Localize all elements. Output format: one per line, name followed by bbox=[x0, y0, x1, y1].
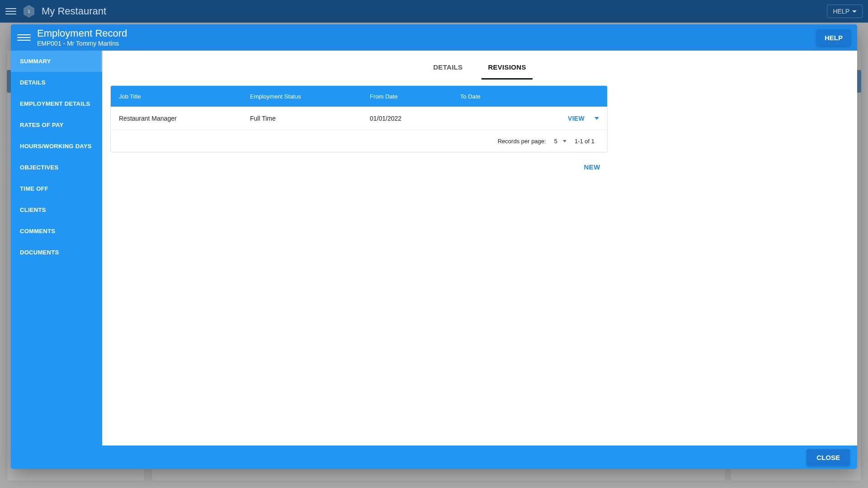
sidebar-item-clients[interactable]: CLIENTS bbox=[11, 199, 102, 221]
cell-actions: VIEW bbox=[529, 115, 607, 122]
app-help-button[interactable]: HELP bbox=[827, 5, 863, 18]
row-menu-icon[interactable] bbox=[594, 117, 599, 120]
tab-details[interactable]: DETAILS bbox=[427, 56, 469, 80]
table-footer: Records per page: 5 1-1 of 1 bbox=[111, 130, 607, 152]
cell-employment-status: Full Time bbox=[242, 115, 362, 122]
th-employment-status: Employment Status bbox=[242, 93, 362, 100]
dialog-main: DETAILS REVISIONS Job Title Employment S… bbox=[102, 51, 857, 446]
sidebar-item-time-off[interactable]: TIME OFF bbox=[11, 178, 102, 199]
pagination-range: 1-1 of 1 bbox=[575, 138, 594, 145]
app-title: My Restaurant bbox=[42, 5, 106, 17]
dialog-help-button[interactable]: HELP bbox=[816, 29, 851, 46]
th-from-date: From Date bbox=[362, 93, 452, 100]
app-menu-icon[interactable] bbox=[5, 6, 16, 17]
sidebar-item-hours-working-days[interactable]: HOURS/WORKING DAYS bbox=[11, 136, 102, 157]
revisions-table: Job Title Employment Status From Date To… bbox=[110, 85, 608, 152]
tabs: DETAILS REVISIONS bbox=[110, 56, 849, 80]
tab-revisions[interactable]: REVISIONS bbox=[481, 56, 532, 80]
dialog-body: SUMMARY DETAILS EMPLOYMENT DETAILS RATES… bbox=[11, 51, 857, 446]
dialog-footer: CLOSE bbox=[11, 446, 857, 469]
sidebar-item-summary[interactable]: SUMMARY bbox=[11, 51, 102, 72]
table-header-row: Job Title Employment Status From Date To… bbox=[111, 86, 607, 107]
table-row: Restaurant Manager Full Time 01/01/2022 … bbox=[111, 107, 607, 130]
dialog-menu-icon[interactable] bbox=[17, 31, 31, 44]
th-to-date: To Date bbox=[452, 93, 529, 100]
app-logo-icon: 1 bbox=[23, 5, 35, 18]
dialog-titles: Employment Record EMP001 - Mr Tommy Mart… bbox=[37, 28, 127, 47]
th-job-title: Job Title bbox=[111, 93, 242, 100]
close-button[interactable]: CLOSE bbox=[807, 449, 850, 466]
dialog-title: Employment Record bbox=[37, 28, 127, 39]
cell-job-title: Restaurant Manager bbox=[111, 115, 242, 122]
app-bar: 1 My Restaurant HELP bbox=[0, 0, 868, 23]
chevron-down-icon bbox=[563, 140, 566, 142]
employment-record-dialog: Employment Record EMP001 - Mr Tommy Mart… bbox=[11, 24, 857, 469]
app-help-label: HELP bbox=[833, 8, 849, 15]
records-per-page-value: 5 bbox=[554, 138, 557, 145]
sidebar-item-rates-of-pay[interactable]: RATES OF PAY bbox=[11, 114, 102, 136]
dialog-subtitle: EMP001 - Mr Tommy Martins bbox=[37, 40, 127, 47]
sidebar-item-employment-details[interactable]: EMPLOYMENT DETAILS bbox=[11, 93, 102, 114]
view-button[interactable]: VIEW bbox=[568, 115, 585, 122]
new-button[interactable]: NEW bbox=[577, 160, 608, 174]
chevron-down-icon bbox=[852, 10, 857, 13]
sidebar-item-documents[interactable]: DOCUMENTS bbox=[11, 242, 102, 263]
dialog-header: Employment Record EMP001 - Mr Tommy Mart… bbox=[11, 24, 857, 51]
cell-from-date: 01/01/2022 bbox=[362, 115, 452, 122]
new-action-row: NEW bbox=[110, 160, 608, 174]
sidebar-item-objectives[interactable]: OBJECTIVES bbox=[11, 157, 102, 178]
records-per-page-label: Records per page: bbox=[498, 138, 546, 145]
sidebar-item-comments[interactable]: COMMENTS bbox=[11, 221, 102, 242]
records-per-page-select[interactable]: 5 bbox=[554, 138, 566, 145]
dialog-sidebar: SUMMARY DETAILS EMPLOYMENT DETAILS RATES… bbox=[11, 51, 102, 446]
sidebar-item-details[interactable]: DETAILS bbox=[11, 72, 102, 93]
